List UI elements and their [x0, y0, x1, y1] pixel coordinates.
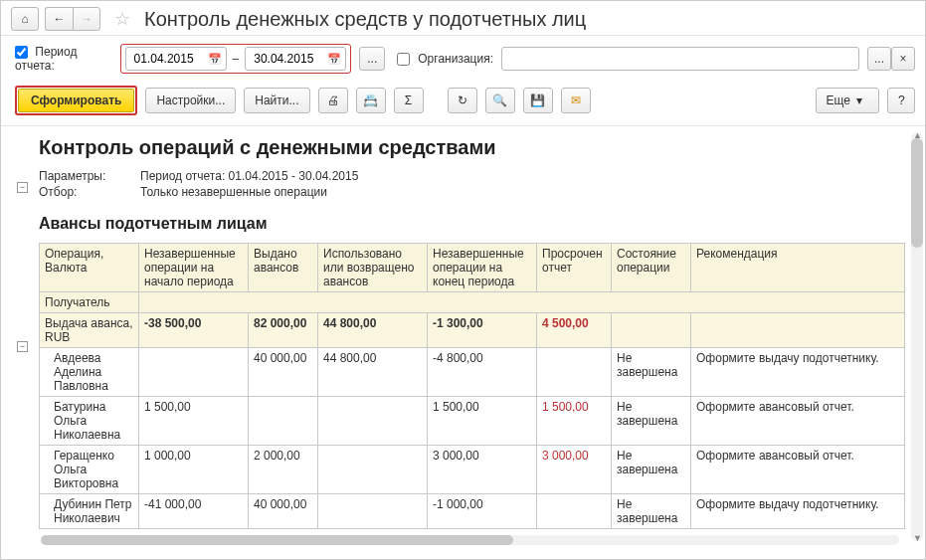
print-icon: 🖨 [327, 93, 339, 107]
ellipsis-icon: ... [367, 52, 377, 66]
help-button[interactable]: ? [887, 88, 915, 113]
col-state: Состояние операции [612, 244, 691, 292]
org-picker-button[interactable]: ... [867, 47, 891, 71]
cell-c3 [249, 397, 318, 446]
table-row[interactable]: Авдеева Аделина Павловна 40 000,00 44 80… [40, 348, 905, 397]
date-dash: – [233, 52, 240, 66]
more-label: Еще [827, 93, 850, 107]
cell-c2: -41 000,00 [139, 494, 249, 529]
col-op: Операция, Валюта [40, 244, 139, 292]
totals-label: Выдача аванса, RUB [40, 313, 139, 348]
cell-c4 [318, 397, 428, 446]
period-check-wrap[interactable]: Период отчета: [15, 45, 112, 73]
tool-refresh-button[interactable]: ↻ [448, 88, 477, 113]
org-wrap: Организация: [397, 52, 493, 66]
calendar-icon[interactable]: 📅 [325, 53, 343, 66]
horizontal-scrollbar[interactable] [41, 535, 899, 545]
org-checkbox[interactable] [397, 53, 410, 66]
report-table: Операция, Валюта Незавершенные операции … [39, 243, 905, 529]
calendar-icon[interactable]: 📅 [206, 53, 224, 66]
cell-rec: Оформите выдачу подотчетнику. [691, 348, 905, 397]
cell-state: Не завершена [612, 446, 691, 494]
hscroll-thumb[interactable] [41, 535, 513, 545]
vertical-scrollbar[interactable]: ▲ ▼ [911, 132, 923, 541]
cell-c3: 40 000,00 [249, 494, 318, 529]
close-icon: × [899, 52, 906, 66]
cell-state: Не завершена [612, 348, 691, 397]
generate-frame: Сформировать [15, 86, 137, 115]
period-checkbox[interactable] [15, 46, 28, 59]
table-row[interactable]: Батурина Ольга Николаевна 1 500,00 1 500… [40, 397, 905, 446]
date-to-input[interactable] [252, 51, 321, 67]
tool-mail-button[interactable]: ✉ [561, 88, 591, 113]
cell-rec: Оформите авансовый отчет. [691, 397, 905, 446]
table-row[interactable]: Дубинин Петр Николаевич -41 000,00 40 00… [40, 494, 905, 529]
filter-label: Отбор: [39, 185, 118, 199]
cell-c6 [537, 494, 612, 529]
favorite-icon[interactable]: ☆ [114, 8, 130, 30]
back-icon: ← [54, 12, 66, 26]
col-used: Использовано или возвращено авансов [318, 244, 428, 292]
cell-state: Не завершена [612, 494, 691, 529]
col-op-l2: Валюта [45, 261, 133, 275]
filter-value: Только незавершенные операции [140, 185, 327, 199]
org-input[interactable] [501, 47, 859, 71]
date-from-input[interactable] [132, 51, 202, 67]
cell-c5: 1 500,00 [428, 397, 537, 446]
fold-gutter: − − [11, 132, 39, 541]
tool-sum-button[interactable]: Σ [394, 88, 424, 113]
cell-c2: 1 000,00 [139, 446, 249, 494]
totals-row: Выдача аванса, RUB -38 500,00 82 000,00 … [40, 313, 905, 348]
report-area: − − Контроль операций с денежными средст… [1, 126, 925, 547]
cell-name: Батурина Ольга Николаевна [40, 397, 139, 446]
totals-c6: 4 500,00 [537, 313, 612, 348]
fold-toggle[interactable]: − [17, 182, 28, 193]
tool-save-button[interactable]: 💾 [523, 88, 553, 113]
find-button[interactable]: Найти... [244, 88, 309, 113]
date-from-box[interactable]: 📅 [125, 47, 227, 71]
ellipsis-icon: ... [874, 52, 884, 66]
table-row[interactable]: Геращенко Ольга Викторовна 1 000,00 2 00… [40, 446, 905, 494]
report-body: Контроль операций с денежными средствами… [39, 132, 915, 541]
tool-calc-button[interactable]: 📇 [356, 88, 386, 113]
home-button[interactable]: ⌂ [11, 7, 39, 31]
date-to-box[interactable]: 📅 [245, 47, 346, 71]
generate-button[interactable]: Сформировать [18, 89, 134, 112]
period-picker-button[interactable]: ... [359, 47, 385, 71]
filter-row: Период отчета: 📅 – 📅 ... Организация: ..… [1, 36, 925, 80]
col-receiver: Получатель [40, 292, 139, 313]
top-bar: ⌂ ← → ☆ Контроль денежных средств у подо… [1, 1, 925, 36]
org-clear-button[interactable]: × [891, 47, 915, 71]
cell-c5: -4 800,00 [428, 348, 537, 397]
totals-c8 [691, 313, 905, 348]
scroll-down-icon[interactable]: ▼ [913, 533, 922, 543]
mail-icon: ✉ [571, 93, 581, 107]
fold-toggle[interactable]: − [17, 341, 28, 352]
totals-c5: -1 300,00 [428, 313, 537, 348]
forward-button[interactable]: → [73, 7, 100, 31]
org-label: Организация: [418, 52, 493, 66]
scroll-thumb[interactable] [911, 138, 923, 248]
period-frame: 📅 – 📅 [120, 44, 352, 74]
cell-c4 [318, 494, 428, 529]
settings-button[interactable]: Настройки... [145, 88, 236, 113]
cell-name: Геращенко Ольга Викторовна [40, 446, 139, 494]
forward-icon: → [81, 12, 93, 26]
back-button[interactable]: ← [45, 7, 73, 31]
toolbar: Сформировать Настройки... Найти... 🖨 📇 Σ… [1, 80, 925, 126]
cell-c4: 44 800,00 [318, 348, 428, 397]
cell-c6: 1 500,00 [537, 397, 612, 446]
cell-rec: Оформите авансовый отчет. [691, 446, 905, 494]
cell-c6: 3 000,00 [537, 446, 612, 494]
tool-print-button[interactable]: 🖨 [318, 88, 348, 113]
nav-group: ← → [45, 7, 100, 31]
totals-c3: 82 000,00 [249, 313, 318, 348]
tool-zoom-button[interactable]: 🔍 [485, 88, 515, 113]
params-block: Параметры: Период отчета: 01.04.2015 - 3… [39, 169, 905, 199]
more-button[interactable]: Еще ▾ [816, 88, 879, 113]
totals-c7 [612, 313, 691, 348]
sigma-icon: Σ [405, 93, 412, 107]
col-overdue: Просрочен отчет [537, 244, 612, 292]
home-icon: ⌂ [21, 12, 28, 26]
cell-c3: 2 000,00 [249, 446, 318, 494]
